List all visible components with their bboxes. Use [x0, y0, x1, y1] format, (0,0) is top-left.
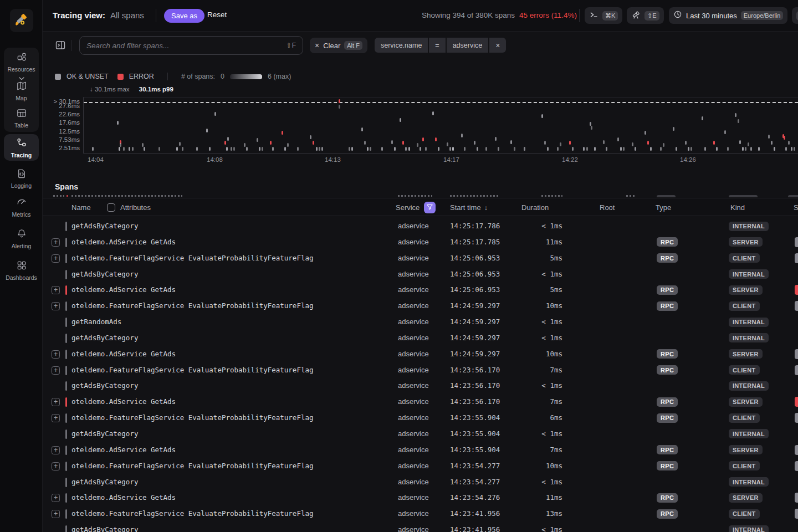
expand-row-button[interactable]: + [52, 398, 60, 406]
duration-cell: 10ms [497, 346, 562, 362]
table-row[interactable]: +oteldemo.FeatureFlagService EvaluatePro… [43, 298, 798, 314]
table-row[interactable]: getAdsByCategoryadservice14:23:55.904< 1… [43, 426, 798, 442]
table-row[interactable]: +oteldemo.FeatureFlagService EvaluatePro… [43, 362, 798, 378]
span-name-cell: oteldemo.AdService GetAds [71, 282, 176, 298]
y-axis-label: 27.6ms [59, 102, 80, 110]
sidebar-item-alerting[interactable]: Alerting [0, 228, 43, 249]
ok-status-bar [65, 350, 67, 359]
start-time-cell: 14:23:55.904 [450, 426, 500, 442]
ok-span-mark [206, 129, 208, 132]
column-header-duration[interactable]: Duration [521, 198, 549, 217]
save-as-button[interactable]: Save as [164, 9, 204, 23]
sidebar-item-table[interactable]: Table [0, 108, 43, 129]
table-row[interactable]: getAdsByCategoryadservice14:25:17.786< 1… [43, 218, 798, 234]
expand-row-button[interactable]: + [52, 254, 60, 263]
sidebar-item-resources[interactable]: Resources [0, 52, 43, 83]
table-row[interactable]: getAdsByCategoryadservice14:24:59.297< 1… [43, 330, 798, 346]
column-header-service[interactable]: Service [396, 198, 420, 217]
sidebar-item-dashboards[interactable]: Dashboards [0, 260, 43, 281]
ok-span-mark [716, 147, 718, 151]
clear-filters-button[interactable]: × Clear Alt F [310, 38, 367, 53]
refresh-button[interactable]: ⇧R [792, 7, 798, 24]
column-header-type[interactable]: Type [656, 198, 671, 217]
table-row[interactable]: +oteldemo.AdService GetAdsadservice14:23… [43, 490, 798, 506]
column-header-root[interactable]: Root [600, 198, 615, 217]
column-header-kind[interactable]: Kind [730, 198, 745, 217]
filter-chip-key[interactable]: service.name [375, 38, 428, 53]
table-row[interactable]: getAdsByCategoryadservice14:23:56.170< 1… [43, 378, 798, 394]
column-header-attributes[interactable]: Attributes [120, 198, 151, 217]
app-logo[interactable] [10, 9, 33, 32]
table-row[interactable]: +oteldemo.AdService GetAdsadservice14:23… [43, 442, 798, 458]
status-badge [795, 253, 798, 263]
span-name-cell: oteldemo.FeatureFlagService EvaluateProb… [71, 298, 314, 314]
table-row[interactable]: +oteldemo.AdService GetAdsadservice14:25… [43, 282, 798, 298]
sidebar-item-tracing[interactable]: Tracing [0, 137, 43, 158]
table-row[interactable]: +oteldemo.AdService GetAdsadservice14:25… [43, 234, 798, 250]
span-name-cell: getAdsByCategory [71, 267, 138, 283]
span-name-cell: getAdsByCategory [71, 378, 138, 394]
cmd-k-shortcut: ⌘K [602, 11, 618, 21]
duration-cell: 10ms [497, 458, 562, 474]
filter-chip-value[interactable]: adservice [447, 38, 489, 53]
column-header-name[interactable]: Name [71, 198, 91, 217]
down-arrow-icon: ↓ [90, 86, 93, 93]
service-cell: adservice [398, 490, 429, 506]
span-name-cell: oteldemo.AdService GetAds [71, 394, 176, 410]
table-row[interactable]: getAdsByCategoryadservice14:23:41.956< 1… [43, 522, 798, 532]
search-shortcut: ⇧F [287, 42, 296, 49]
sidebar-item-metrics[interactable]: Metrics [0, 197, 43, 218]
table-row[interactable]: getAdsByCategoryadservice14:23:54.277< 1… [43, 474, 798, 490]
sidebar-item-map[interactable]: Map [0, 80, 43, 101]
table-row[interactable]: getAdsByCategoryadservice14:25:06.953< 1… [43, 267, 798, 283]
table-row[interactable]: +oteldemo.FeatureFlagService EvaluatePro… [43, 410, 798, 426]
ok-span-mark [498, 147, 499, 151]
terminal-button[interactable]: ⌘K [585, 7, 622, 24]
column-header-status[interactable]: S [794, 198, 798, 217]
filter-chip-operator[interactable]: = [429, 38, 445, 53]
expand-row-button[interactable]: + [52, 462, 60, 470]
ok-span-mark [771, 141, 773, 145]
expand-row-button[interactable]: + [52, 446, 60, 454]
errors-count-text[interactable]: 45 errors (11.4%) [519, 11, 577, 19]
table-row[interactable]: +oteldemo.FeatureFlagService EvaluatePro… [43, 506, 798, 522]
spans-chart-plot[interactable] [83, 97, 798, 154]
kind-badge: CLIENT [729, 301, 760, 311]
explore-button[interactable]: ⇧E [627, 7, 664, 24]
table-row[interactable]: +oteldemo.FeatureFlagService EvaluatePro… [43, 250, 798, 267]
reset-button[interactable]: Reset [207, 11, 227, 19]
expand-row-button[interactable]: + [52, 494, 60, 502]
table-row[interactable]: +oteldemo.AdService GetAdsadservice14:24… [43, 346, 798, 362]
expand-row-button[interactable]: + [52, 350, 60, 359]
span-name-cell: getAdsByCategory [71, 218, 138, 234]
filter-chip-remove-icon[interactable]: × [489, 38, 506, 53]
error-span-mark [224, 141, 226, 145]
expand-row-button[interactable]: + [52, 510, 60, 518]
expand-row-button[interactable]: + [52, 238, 60, 247]
expand-row-button[interactable]: + [52, 414, 60, 422]
expand-row-button[interactable]: + [52, 366, 60, 375]
panel-toggle-button[interactable] [54, 40, 66, 51]
telescope-logo-icon [12, 10, 31, 31]
ok-span-mark [142, 143, 144, 147]
ok-span-mark [351, 147, 353, 151]
sidebar-item-label: Tracing [0, 152, 43, 158]
expand-row-button[interactable]: + [52, 286, 60, 294]
filter-toolbar: ⇧F × Clear Alt F service.name = adservic… [43, 35, 798, 55]
table-row[interactable]: +oteldemo.FeatureFlagService EvaluatePro… [43, 458, 798, 474]
sidebar-item-label: Resources [0, 66, 43, 73]
sidebar-item-logging[interactable]: Logging [0, 168, 43, 189]
service-filter-button[interactable] [424, 202, 436, 213]
table-row[interactable]: +oteldemo.AdService GetAdsadservice14:23… [43, 394, 798, 410]
service-cell: adservice [398, 426, 429, 442]
column-header-start-time[interactable]: Start time↓ [450, 198, 488, 217]
span-count-min: 0 [221, 73, 224, 80]
ok-span-mark [262, 147, 263, 151]
table-row[interactable]: getRandomAdsadservice14:24:59.297< 1msIN… [43, 314, 798, 330]
search-input[interactable] [86, 42, 287, 50]
attributes-checkbox[interactable] [107, 203, 115, 212]
time-range-button[interactable]: Last 30 minutes Europe/Berlin [669, 7, 787, 24]
service-cell: adservice [398, 314, 429, 330]
expand-row-button[interactable]: + [52, 302, 60, 310]
duration-cell: < 1ms [497, 474, 562, 490]
